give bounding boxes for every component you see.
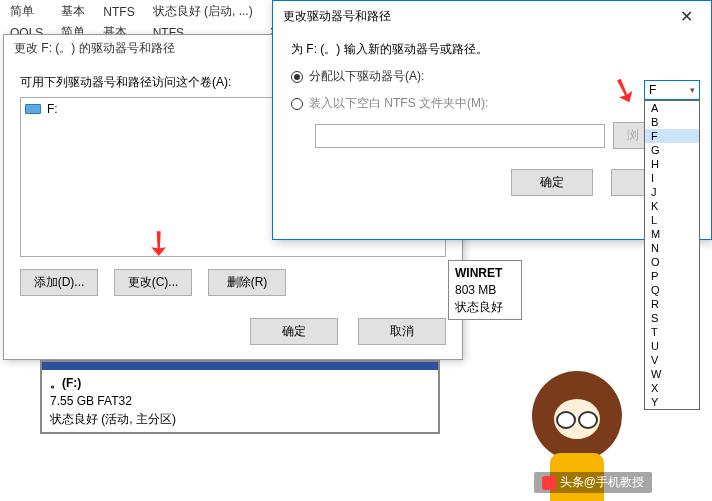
drive-item-label: F: [47,102,58,116]
dropdown-option[interactable]: J [645,185,699,199]
dropdown-option[interactable]: T [645,325,699,339]
radio-mount-label: 装入以下空白 NTFS 文件夹中(M): [309,95,488,112]
close-icon[interactable]: ✕ [672,5,701,28]
radio-icon [291,71,303,83]
dialog2-title: 更改驱动器号和路径 [283,8,391,25]
dropdown-option[interactable]: N [645,241,699,255]
mini-status: 状态良好 [455,299,515,316]
partition-panel[interactable]: 。(F:) 7.55 GB FAT32 状态良好 (活动, 主分区) [40,360,440,434]
dropdown-selected: F [649,83,656,97]
dropdown-option[interactable]: H [645,157,699,171]
dropdown-option[interactable]: U [645,339,699,353]
partition-size: 7.55 GB FAT32 [50,392,430,410]
dropdown-option[interactable]: Q [645,283,699,297]
dropdown-option[interactable]: F [645,129,699,143]
drive-letter-dropdown[interactable]: F ▾ ABFGHIJKLMNOPQRSTUVWXY [644,80,700,410]
dropdown-option[interactable]: R [645,297,699,311]
radio-mount-folder[interactable]: 装入以下空白 NTFS 文件夹中(M): [291,95,693,112]
dialog2-instruction: 为 F: (。) 输入新的驱动器号或路径。 [291,41,693,58]
watermark: 头条@手机教授 [534,472,652,493]
cancel-button[interactable]: 取消 [358,318,446,345]
partition-label: 。(F:) [50,374,430,392]
radio-assign-letter[interactable]: 分配以下驱动器号(A): [291,68,693,85]
dropdown-option[interactable]: B [645,115,699,129]
drive-icon [25,104,41,114]
partition-mini[interactable]: WINRET 803 MB 状态良好 [448,260,522,320]
change-button[interactable]: 更改(C)... [114,269,192,296]
dropdown-option[interactable]: X [645,381,699,395]
dropdown-option[interactable]: W [645,367,699,381]
radio-icon [291,98,303,110]
dropdown-option[interactable]: Y [645,395,699,409]
dropdown-option[interactable]: G [645,143,699,157]
dropdown-option[interactable]: S [645,311,699,325]
dropdown-option[interactable]: P [645,269,699,283]
chevron-down-icon: ▾ [690,85,695,95]
dropdown-option[interactable]: O [645,255,699,269]
partition-header-bar [42,362,438,370]
dropdown-option[interactable]: V [645,353,699,367]
dropdown-list[interactable]: ABFGHIJKLMNOPQRSTUVWXY [644,100,700,410]
partition-status: 状态良好 (活动, 主分区) [50,410,430,428]
remove-button[interactable]: 删除(R) [208,269,286,296]
dropdown-option[interactable]: I [645,171,699,185]
dialog2-ok-button[interactable]: 确定 [511,169,593,196]
mount-path-input[interactable] [315,124,605,148]
watermark-logo-icon [542,476,556,490]
ok-button[interactable]: 确定 [250,318,338,345]
add-button[interactable]: 添加(D)... [20,269,98,296]
dropdown-option[interactable]: L [645,213,699,227]
mini-name: WINRET [455,265,515,282]
dropdown-option[interactable]: A [645,101,699,115]
dropdown-option[interactable]: M [645,227,699,241]
cartoon-character [532,371,622,461]
dropdown-option[interactable]: K [645,199,699,213]
radio-assign-label: 分配以下驱动器号(A): [309,68,424,85]
mini-size: 803 MB [455,282,515,299]
